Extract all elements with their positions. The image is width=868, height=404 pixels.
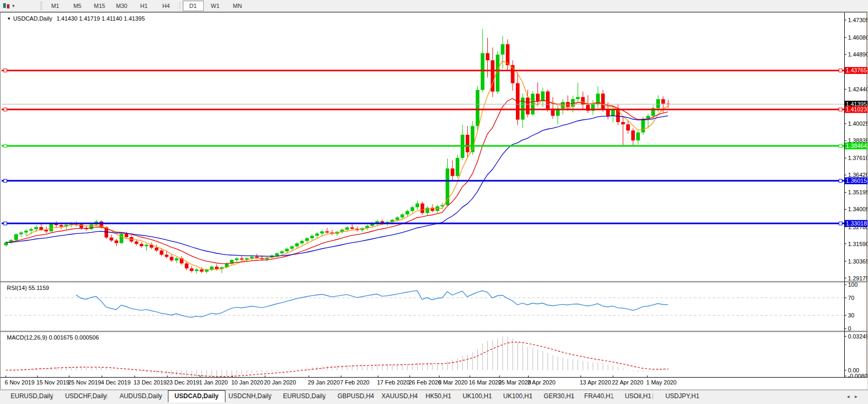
tab-separator bbox=[107, 393, 107, 399]
date-axis-label: 26 Feb 2020 bbox=[409, 379, 441, 386]
date-axis-label: 10 Jan 2020 bbox=[231, 379, 263, 386]
chart-tab-uk100-h1[interactable]: UK100,H1 bbox=[497, 391, 539, 401]
date-axis-label: 7 Feb 2020 bbox=[340, 379, 370, 386]
chart-tab-usdjpy-h1[interactable]: USDJPY,H1 bbox=[659, 391, 705, 401]
date-axis-label: 25 Mar 2020 bbox=[498, 379, 531, 386]
price-label-1.43765: 1.43765 bbox=[845, 67, 867, 74]
tab-separator bbox=[270, 393, 271, 399]
timeframe-button-w1[interactable]: W1 bbox=[205, 1, 226, 11]
date-axis-label: 22 Apr 2020 bbox=[612, 379, 643, 386]
svg-text:1.43765: 1.43765 bbox=[846, 67, 867, 73]
chart-tab-bar: EURUSD,DailyUSDCHF,DailyAUDUSD,DailyUSDC… bbox=[0, 390, 868, 404]
date-axis-label: 6 Mar 2020 bbox=[438, 379, 468, 386]
chart-tab-uk100-h1[interactable]: UK100,H1 bbox=[456, 391, 498, 401]
horizontal-line-1.36015[interactable] bbox=[2, 179, 844, 182]
date-axis-label: 6 Nov 2019 bbox=[5, 379, 34, 386]
horizontal-line-1.38464[interactable] bbox=[2, 144, 844, 147]
timeframe-button-m5[interactable]: M5 bbox=[67, 1, 88, 11]
timeframe-button-m1[interactable]: M1 bbox=[45, 1, 66, 11]
price-label-1.38464: 1.38464 bbox=[845, 143, 867, 149]
chart-tab-fra40-h1[interactable]: FRA40,H1 bbox=[578, 391, 620, 401]
date-axis-label: 16 Mar 2020 bbox=[469, 379, 502, 386]
tab-scroll-right-icon[interactable]: ▸ bbox=[855, 393, 863, 399]
chart-type-dropdown-arrow[interactable]: ▾ bbox=[12, 3, 15, 8]
svg-text:1.37610: 1.37610 bbox=[848, 155, 867, 161]
chart-tab-gbpusd-h4[interactable]: GBPUSD,H4 bbox=[331, 391, 380, 401]
svg-text:1.30365: 1.30365 bbox=[848, 258, 867, 265]
chart-symbol-title: USDCAD,Daily bbox=[13, 15, 52, 22]
toolbar-drag-grip[interactable] bbox=[40, 2, 42, 10]
timeframe-button-h1[interactable]: H1 bbox=[134, 1, 155, 11]
timeframe-button-m30[interactable]: M30 bbox=[111, 1, 133, 11]
date-axis: 6 Nov 201915 Nov 201925 Nov 20194 Dec 20… bbox=[1, 378, 867, 389]
chart-tab-hk50-h1[interactable]: HK50,H1 bbox=[419, 391, 458, 401]
svg-text:1.35195: 1.35195 bbox=[848, 189, 867, 195]
chart-tab-eurusd-daily[interactable]: EURUSD,Daily bbox=[277, 391, 332, 401]
chart-tab-xauusd-h4[interactable]: XAUUSD,H4 bbox=[375, 391, 424, 401]
svg-text:1.31590: 1.31590 bbox=[848, 241, 867, 247]
horizontal-line-1.33018[interactable] bbox=[2, 222, 844, 225]
timeframe-button-mn[interactable]: MN bbox=[227, 1, 248, 11]
collapse-arrow-icon[interactable]: ▼ bbox=[7, 16, 11, 21]
tab-separator bbox=[572, 393, 572, 399]
macd-signal-line bbox=[6, 342, 668, 377]
chart-tab-usdcad-daily[interactable]: USDCAD,Daily bbox=[168, 390, 225, 402]
rsi-label: RSI(14) 55.1159 bbox=[7, 285, 49, 291]
chart-tab-usoil-h1[interactable]: USOil,H1 bbox=[618, 391, 657, 401]
tab-separator bbox=[490, 393, 491, 399]
svg-text:1.36015: 1.36015 bbox=[846, 177, 867, 184]
macd-label: MACD(12,26,9) 0.001675 0.000506 bbox=[7, 334, 99, 341]
rsi-line bbox=[76, 290, 668, 317]
candlesticks bbox=[4, 29, 670, 274]
svg-text:1.46080: 1.46080 bbox=[848, 34, 867, 41]
svg-text:0.032493: 0.032493 bbox=[848, 333, 867, 340]
chart-tab-audusd-daily[interactable]: AUDUSD,Daily bbox=[113, 391, 168, 401]
chart-tab-usdcnh-daily[interactable]: USDCNH,Daily bbox=[222, 391, 278, 401]
svg-text:1.29175: 1.29175 bbox=[848, 275, 867, 281]
chart-window: ▼USDCAD,Daily1.41430 1.41719 1.41140 1.4… bbox=[0, 12, 867, 389]
timeframe-button-m15[interactable]: M15 bbox=[89, 1, 110, 11]
svg-text:0: 0 bbox=[848, 325, 851, 332]
date-axis-label: 13 Dec 2019 bbox=[134, 379, 166, 386]
timeframe-button-h4[interactable]: H4 bbox=[156, 1, 177, 11]
price-chart-canvas[interactable]: 1.473051.460801.448901.436651.424401.412… bbox=[1, 13, 867, 389]
chart-ohlc-values: 1.41430 1.41719 1.41140 1.41395 bbox=[56, 15, 145, 22]
tab-separator bbox=[52, 393, 53, 399]
date-axis-label: 29 Jan 2020 bbox=[308, 379, 340, 386]
date-axis-label: 1 May 2020 bbox=[646, 379, 676, 386]
chart-title-bar: ▼USDCAD,Daily1.41430 1.41719 1.41140 1.4… bbox=[7, 15, 145, 22]
chart-tab-ger30-h1[interactable]: GER30,H1 bbox=[537, 391, 581, 401]
date-axis-label: 25 Nov 2019 bbox=[68, 379, 101, 386]
svg-text:1.33018: 1.33018 bbox=[846, 220, 867, 227]
tab-separator bbox=[612, 393, 612, 399]
date-axis-label: 4 Dec 2019 bbox=[101, 379, 130, 386]
price-label-1.33018: 1.33018 bbox=[845, 220, 867, 227]
tab-separator bbox=[413, 393, 413, 399]
date-axis-label: 20 Jan 2020 bbox=[264, 379, 296, 386]
svg-text:1.42440: 1.42440 bbox=[848, 86, 867, 92]
chart-tab-usdchf-daily[interactable]: USDCHF,Daily bbox=[59, 391, 113, 401]
timeframe-button-d1[interactable]: D1 bbox=[183, 1, 204, 11]
svg-text:70: 70 bbox=[848, 295, 854, 301]
svg-text:1.40025: 1.40025 bbox=[848, 120, 867, 127]
tab-scroll-left-icon[interactable]: ◂ bbox=[847, 393, 855, 399]
date-axis-label: 3 Apr 2020 bbox=[527, 379, 555, 386]
tab-separator bbox=[369, 393, 370, 399]
svg-text:1.38464: 1.38464 bbox=[846, 143, 867, 149]
price-label-1.36015: 1.36015 bbox=[845, 177, 867, 184]
top-toolbar: ▾ M1M5M15M30H1H4D1W1MN bbox=[0, 0, 868, 12]
macd-histogram bbox=[6, 336, 668, 377]
candlestick-chart-icon[interactable] bbox=[2, 2, 12, 10]
tab-separator bbox=[325, 393, 325, 399]
horizontal-line-1.43765[interactable] bbox=[2, 69, 844, 72]
svg-text:1.34005: 1.34005 bbox=[848, 206, 867, 212]
date-axis-label: 15 Nov 2019 bbox=[36, 379, 69, 386]
date-axis-label: 1 Jan 2020 bbox=[199, 379, 228, 386]
date-axis-label: 17 Feb 2020 bbox=[377, 379, 410, 386]
chart-tab-eurusd-daily[interactable]: EURUSD,Daily bbox=[4, 391, 60, 401]
svg-text:1.41023: 1.41023 bbox=[846, 106, 867, 112]
horizontal-line-1.41023[interactable] bbox=[2, 108, 844, 111]
date-axis-label: 23 Dec 2019 bbox=[166, 379, 199, 386]
svg-text:30: 30 bbox=[848, 312, 854, 318]
tab-separator bbox=[450, 393, 450, 399]
